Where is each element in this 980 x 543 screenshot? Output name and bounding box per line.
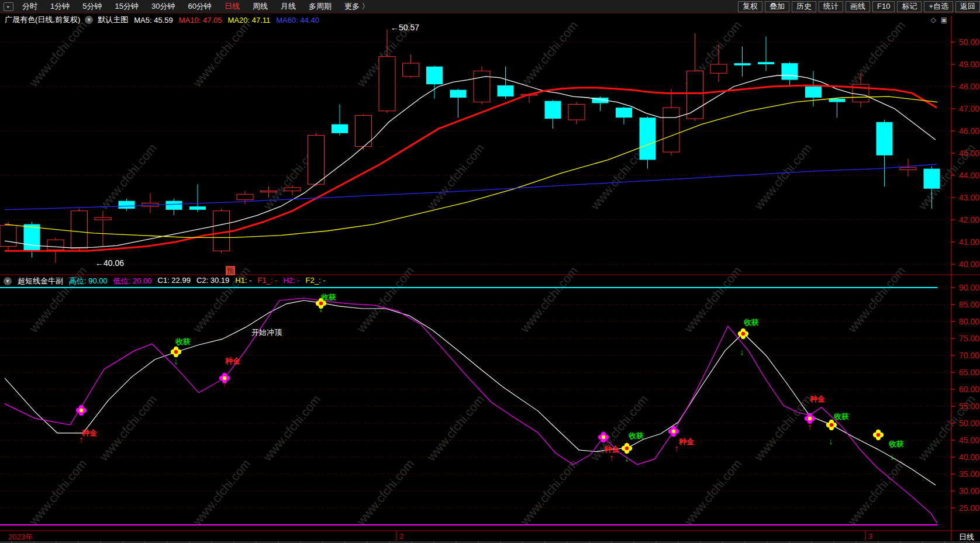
watermark: www.cfchi.com — [424, 141, 487, 212]
price-axis-label: 49.00 — [959, 60, 979, 69]
signal-label-buy: 种金 — [81, 428, 98, 437]
signal-flower-icon — [738, 328, 748, 339]
up-arrow-icon: ↑ — [79, 434, 84, 444]
watermark: www.cfchi.com — [845, 456, 908, 528]
candle — [403, 54, 419, 78]
watermark: www.cfchi.com — [354, 456, 417, 528]
indicator-axis-label: 35.00 — [959, 469, 979, 479]
indicator-param: F2_: - — [306, 276, 326, 286]
price-annotation: ←50.57 — [391, 23, 419, 32]
signal-label-buy: 种金 — [809, 395, 826, 403]
price-axis-label: 42.00 — [959, 215, 979, 224]
price-axis-label: 40.00 — [959, 260, 979, 269]
indicator-axis-label: 70.00 — [959, 351, 979, 360]
candle — [142, 193, 158, 213]
month-tick-label: 2 — [399, 532, 403, 541]
price-axis-label: 45.00 — [959, 148, 979, 158]
up-arrow-icon: ↑ — [674, 443, 679, 453]
signal-label-sell: 收获 — [834, 412, 849, 421]
price-axis-label: 50.00 — [959, 37, 979, 47]
up-arrow-icon: ↑ — [609, 452, 614, 462]
indicator-annotation: 开始冲顶 — [251, 328, 282, 337]
signal-flower-icon — [826, 420, 837, 430]
signal-flower-icon — [873, 430, 884, 440]
indicator-name[interactable]: 超短线金牛副 — [18, 276, 63, 286]
candle — [616, 106, 632, 124]
candle — [213, 209, 230, 253]
candle — [95, 211, 111, 247]
price-axis-label: 41.00 — [959, 237, 979, 247]
candle — [450, 89, 467, 117]
watermark: www.cfchi.com — [26, 18, 89, 89]
down-arrow-icon: ↓ — [890, 451, 895, 461]
signal-label-sell: 收获 — [629, 431, 644, 440]
down-arrow-icon: ↓ — [829, 436, 833, 446]
indicator-header: ▼ 超短线金牛副 高位: 90.00低位: 20.00C1: 22.99C2: … — [0, 276, 326, 286]
watermark: www.cfchi.com — [681, 456, 744, 528]
alert-badge[interactable]: 预 — [226, 266, 235, 275]
indicator-axis-label: 65.00 — [959, 368, 979, 377]
candle — [308, 133, 325, 186]
watermark: www.cfchi.com — [260, 392, 323, 464]
candle — [545, 100, 561, 129]
candle — [237, 191, 253, 205]
indicator-param: H1: - — [235, 276, 251, 286]
watermark: www.cfchi.com — [26, 456, 89, 528]
watermark: www.cfchi.com — [751, 141, 815, 212]
indicator-axis-label: 90.00 — [959, 283, 979, 292]
trading-app-window: ▸ 分时1分钟5分钟15分钟30分钟60分钟日线周线月线多周期更多 〉 复权叠加… — [0, 0, 980, 543]
candle — [426, 65, 443, 99]
candle — [356, 115, 372, 150]
indicator-param: H2: - — [283, 276, 299, 286]
candle — [758, 37, 774, 71]
axis-year-label: 2023年 — [8, 532, 33, 542]
indicator-axis-label: 50.00 — [959, 419, 979, 428]
indicator-param: 低位: 20.00 — [113, 276, 152, 286]
watermark: www.cfchi.com — [517, 456, 581, 528]
price-annotation: ←40.06 — [95, 258, 124, 268]
indicator-axis-label: 25.00 — [959, 503, 979, 513]
candle — [900, 159, 916, 177]
price-axis-label: 46.00 — [959, 126, 979, 136]
candle — [0, 222, 16, 251]
candle — [71, 209, 88, 251]
candle — [734, 47, 751, 77]
price-axis-label: 44.00 — [959, 171, 979, 180]
chevron-down-icon[interactable]: ▼ — [4, 277, 12, 285]
candle — [498, 67, 514, 99]
indicator-axis-label: 55.00 — [959, 402, 979, 411]
candle — [332, 104, 348, 135]
month-tick-label: 3 — [868, 532, 872, 541]
candle — [829, 98, 846, 117]
candle — [782, 62, 798, 87]
signal-label-sell: 收获 — [744, 318, 759, 327]
candle — [877, 120, 893, 186]
signal-flower-icon — [76, 405, 87, 416]
down-arrow-icon: ↓ — [174, 356, 178, 366]
white-line — [5, 300, 936, 485]
candle — [663, 89, 679, 155]
indicator-axis-label: 80.00 — [959, 317, 979, 326]
watermark: www.cfchi.com — [845, 18, 908, 89]
indicator-axis-label: 75.00 — [959, 334, 979, 343]
price-axis-label: 48.00 — [959, 82, 979, 91]
chart-area[interactable]: www.cfchi.comwww.cfchi.comwww.cfchi.comw… — [0, 0, 980, 543]
up-arrow-icon: ↑ — [808, 421, 812, 431]
indicator-axis-label: 85.00 — [959, 300, 979, 309]
down-arrow-icon: ↓ — [319, 303, 323, 313]
signal-label-sell: 收获 — [889, 440, 904, 448]
indicator-params: 高位: 90.00低位: 20.00C1: 22.99C2: 30.19H1: … — [63, 276, 326, 286]
watermark: www.cfchi.com — [190, 18, 253, 89]
watermark: www.cfchi.com — [517, 18, 581, 89]
indicator-param: F1_: - — [257, 276, 277, 286]
indicator-axis-label: 40.00 — [959, 452, 979, 462]
indicator-param: C1: 22.99 — [158, 276, 191, 286]
indicator-axis-label: 60.00 — [959, 385, 979, 394]
up-arrow-icon: ↑ — [222, 378, 227, 388]
down-arrow-icon: ↓ — [624, 453, 629, 463]
watermark: www.cfchi.com — [424, 392, 487, 464]
signal-label-buy: 种金 — [678, 437, 695, 446]
watermark: www.cfchi.com — [190, 456, 253, 528]
signal-label-buy: 种金 — [225, 357, 241, 365]
candle — [568, 102, 585, 124]
